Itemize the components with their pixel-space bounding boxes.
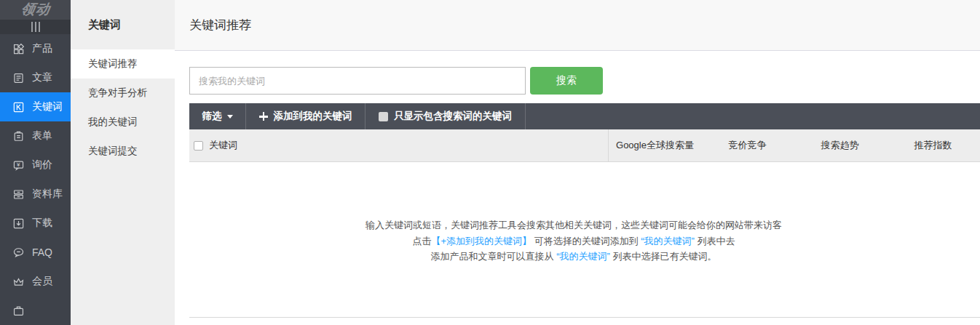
only-search-term-toggle[interactable]: 只显示包含搜索词的关键词: [365, 103, 526, 129]
help-text: 点击: [412, 236, 431, 246]
column-header-search-trend[interactable]: 搜索趋势: [794, 139, 886, 152]
sidebar-item-library[interactable]: 资料库: [0, 180, 71, 209]
sidebar-item-downloads[interactable]: 下载: [0, 209, 71, 238]
faq-bubble-icon: [12, 246, 25, 259]
sidebar-item-label: 产品: [32, 42, 52, 55]
empty-table-help: 输入关键词或短语，关键词推荐工具会搜索其他相关关键词，这些关键词可能会给你的网站…: [189, 162, 980, 318]
plus-icon: [259, 112, 268, 121]
briefcase-icon: [12, 305, 25, 317]
help-text: 添加产品和文章时可以直接从: [431, 251, 557, 262]
page-title: 关键词推荐: [189, 17, 251, 33]
submenu-header: 关键词: [71, 0, 175, 49]
help-line-3: 添加产品和文章时可以直接从 “我的关键词” 列表中选择已有关键词。: [189, 249, 958, 265]
grid-icon: [12, 43, 25, 55]
column-header-keyword[interactable]: 关键词: [189, 129, 609, 161]
filter-dropdown-button[interactable]: 筛选: [189, 103, 246, 129]
download-icon: [12, 217, 25, 230]
keyword-search-input[interactable]: [189, 67, 526, 95]
help-text: 列表中选择已有关键词。: [610, 251, 717, 262]
only-search-term-checkbox[interactable]: [379, 112, 388, 121]
sidebar-item-inquiry[interactable]: ¥ 询价: [0, 151, 71, 180]
search-button[interactable]: 搜索: [530, 67, 603, 95]
sidebar-item-products[interactable]: 产品: [0, 34, 71, 63]
logo-text: 领动: [19, 0, 52, 19]
collapse-icon: [31, 22, 33, 32]
secondary-sidebar: 关键词 关键词推荐 竞争对手分析 我的关键词 关键词提交: [71, 0, 175, 325]
library-icon: [12, 188, 25, 201]
primary-sidebar: 领动 产品 文章 关键词: [0, 0, 71, 325]
help-highlight-my-keywords: “我的关键词”: [641, 236, 695, 246]
title-band: 关键词推荐: [175, 0, 980, 51]
submenu-item-my-keywords[interactable]: 我的关键词: [71, 108, 175, 137]
sidebar-item-articles[interactable]: 文章: [0, 63, 71, 92]
sidebar-item-label: 会员: [32, 275, 52, 288]
sidebar-item-label: FAQ: [32, 246, 52, 258]
sidebar-item-keywords[interactable]: 关键词: [0, 92, 71, 121]
chevron-down-icon: [227, 115, 233, 119]
submenu-item-keyword-suggest[interactable]: 关键词推荐: [71, 49, 175, 79]
sidebar-item-partial[interactable]: [0, 296, 71, 325]
svg-text:¥: ¥: [17, 161, 20, 167]
help-line-2: 点击【+添加到我的关键词】 可将选择的关键词添加到 “我的关键词” 列表中去: [189, 233, 958, 249]
sidebar-item-label: 关键词: [32, 100, 63, 113]
add-to-my-keywords-button[interactable]: 添加到我的关键词: [246, 103, 365, 129]
filter-label: 筛选: [202, 110, 222, 123]
help-highlight-my-keywords: “我的关键词”: [556, 251, 610, 262]
only-search-term-label: 只显示包含搜索词的关键词: [394, 110, 512, 123]
collapse-icon: [39, 22, 40, 32]
sidebar-item-faq[interactable]: FAQ: [0, 238, 71, 267]
main-area: 关键词推荐 搜索 筛选 添加到我的关键词 只显示包含搜索词的关键词: [175, 0, 980, 325]
add-label: 添加到我的关键词: [274, 110, 352, 123]
submenu-item-competitor-analysis[interactable]: 竞争对手分析: [71, 79, 175, 108]
help-line-1: 输入关键词或短语，关键词推荐工具会搜索其他相关关键词，这些关键词可能会给你的网站…: [189, 217, 958, 233]
sidebar-item-members[interactable]: 会员: [0, 267, 71, 296]
app-window: 领动 产品 文章 关键词: [0, 0, 980, 325]
collapse-icon: [35, 22, 36, 32]
column-header-recommend-index[interactable]: 推荐指数: [886, 139, 980, 152]
select-all-checkbox[interactable]: [194, 141, 203, 151]
inquiry-bubble-icon: ¥: [12, 159, 25, 172]
column-header-bid-competition[interactable]: 竞价竞争: [701, 139, 794, 152]
clipboard-icon: [12, 130, 25, 143]
crown-icon: [12, 276, 25, 288]
column-header-google-volume[interactable]: Google全球搜索量: [609, 139, 701, 152]
sidebar-item-label: 表单: [32, 129, 52, 143]
column-label: 关键词: [209, 139, 237, 152]
sidebar-item-label: 资料库: [32, 188, 63, 201]
keyword-k-icon: [12, 101, 25, 113]
help-text: 可将选择的关键词添加到: [532, 236, 641, 246]
table-header-row: 关键词 Google全球搜索量 竞价竞争 搜索趋势 推荐指数: [189, 129, 980, 162]
sidebar-item-forms[interactable]: 表单: [0, 121, 71, 151]
search-row: 搜索: [189, 67, 980, 95]
sidebar-collapse-toggle[interactable]: [0, 20, 71, 34]
submenu-item-keyword-submit[interactable]: 关键词提交: [71, 137, 175, 166]
sidebar-item-label: 询价: [32, 159, 52, 172]
content: 搜索 筛选 添加到我的关键词 只显示包含搜索词的关键词: [175, 51, 980, 325]
help-highlight-add: 【+添加到我的关键词】: [431, 236, 532, 246]
table-toolbar: 筛选 添加到我的关键词 只显示包含搜索词的关键词: [189, 103, 980, 129]
sidebar-item-label: 文章: [32, 71, 52, 84]
logo[interactable]: 领动: [0, 0, 71, 20]
document-icon: [12, 72, 25, 84]
help-text: 列表中去: [695, 236, 735, 246]
sidebar-item-label: 下载: [32, 217, 52, 230]
